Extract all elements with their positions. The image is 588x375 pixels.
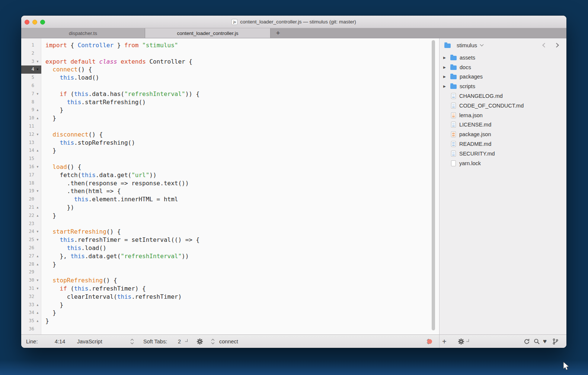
code-text[interactable]: connect() {: [41, 65, 92, 74]
file-tree-item-docs[interactable]: ▶docs: [440, 62, 566, 72]
disclosure-triangle-icon[interactable]: ▶: [443, 84, 450, 88]
search-icon[interactable]: [534, 338, 540, 344]
line-number-cell[interactable]: 29: [21, 268, 41, 276]
minimize-button[interactable]: [32, 20, 37, 25]
fold-open-icon[interactable]: ▼: [35, 187, 40, 195]
code-text[interactable]: }: [41, 106, 63, 114]
code-text[interactable]: .then(html => {: [41, 187, 121, 195]
file-tree-item-readme-md[interactable]: README.md: [440, 139, 566, 149]
file-tree-item-changelog-md[interactable]: CHANGELOG.md: [440, 91, 566, 101]
editor-settings-gear-icon[interactable]: [197, 339, 203, 344]
fold-open-icon[interactable]: ▼: [35, 276, 40, 285]
file-tree-item-lerna-json[interactable]: lerna.json: [440, 110, 566, 120]
line-number-cell[interactable]: 25▼: [21, 236, 41, 244]
line-number-cell[interactable]: 12▼: [21, 131, 41, 139]
code-text[interactable]: startRefreshing() {: [41, 228, 121, 236]
line-number-cell[interactable]: 6: [21, 82, 41, 90]
code-text[interactable]: }: [41, 301, 63, 309]
fold-end-icon[interactable]: ▲: [35, 317, 40, 325]
fold-end-icon[interactable]: ▲: [35, 114, 40, 122]
code-text[interactable]: }: [41, 114, 56, 122]
fold-open-icon[interactable]: ▼: [35, 90, 40, 98]
line-number-cell[interactable]: 23: [21, 220, 41, 228]
soft-tabs-value[interactable]: 2: [178, 339, 181, 344]
file-tree-item-scripts[interactable]: ▶scripts: [440, 81, 566, 91]
code-text[interactable]: }: [41, 212, 56, 220]
line-number-cell[interactable]: 3▼: [21, 58, 41, 66]
new-tab-button[interactable]: +: [271, 28, 285, 38]
file-tree-item-packages[interactable]: ▶packages: [440, 72, 566, 82]
window-titlebar[interactable]: js content_loader_controller.js — stimul…: [21, 16, 566, 28]
line-number-cell[interactable]: 11: [21, 122, 41, 131]
code-text[interactable]: }: [41, 309, 56, 317]
code-text[interactable]: if (this.data.has("refreshInterval")) {: [41, 90, 199, 98]
code-text[interactable]: this.load(): [41, 244, 106, 252]
line-number-cell[interactable]: 27▲: [21, 252, 41, 260]
chevron-down-icon[interactable]: [480, 43, 484, 47]
file-tree-item-assets[interactable]: ▶assets: [440, 53, 566, 62]
line-number-cell[interactable]: 31▼: [21, 285, 41, 293]
fold-open-icon[interactable]: ▼: [35, 58, 40, 66]
line-number-cell[interactable]: 24▼: [21, 228, 41, 236]
git-branch-icon[interactable]: [553, 338, 558, 344]
file-tree-item-security-md[interactable]: SECURITY.md: [440, 149, 566, 158]
fold-end-icon[interactable]: ▲: [35, 301, 40, 309]
line-number-cell[interactable]: 17: [21, 171, 41, 179]
line-number-cell[interactable]: 8: [21, 98, 41, 106]
refresh-icon[interactable]: [524, 338, 530, 344]
editor-scrollbar[interactable]: [432, 40, 435, 330]
language-stepper-icon[interactable]: [130, 339, 134, 344]
heart-icon[interactable]: ♥: [543, 338, 547, 345]
fold-open-icon[interactable]: ▼: [35, 236, 40, 244]
file-tree-item-yarn-lock[interactable]: yarn.lock: [440, 158, 566, 168]
navigate-forward-icon[interactable]: [554, 43, 559, 48]
code-text[interactable]: fetch(this.data.get("url")): [41, 171, 157, 179]
line-number-cell[interactable]: 10▲: [21, 114, 41, 122]
line-number-cell[interactable]: 20: [21, 195, 41, 203]
close-button[interactable]: [25, 20, 29, 25]
code-text[interactable]: .then(response => response.text()): [41, 179, 189, 188]
code-text[interactable]: }): [41, 203, 74, 212]
file-tree-item-package-json[interactable]: package.json: [440, 129, 566, 139]
fold-end-icon[interactable]: ▲: [35, 309, 40, 317]
line-number-cell[interactable]: 2: [21, 49, 41, 58]
fold-open-icon[interactable]: ▼: [35, 131, 40, 139]
fold-end-icon[interactable]: ▲: [35, 147, 40, 155]
fold-end-icon[interactable]: ▲: [35, 212, 40, 220]
fold-open-icon[interactable]: ▼: [35, 228, 40, 236]
fold-open-icon[interactable]: ▼: [35, 65, 40, 74]
line-number-cell[interactable]: 1: [21, 41, 41, 49]
line-number-cell[interactable]: 7▼: [21, 90, 41, 98]
disclosure-triangle-icon[interactable]: ▶: [443, 56, 450, 60]
file-tree-item-code-of-conduct-md[interactable]: CODE_OF_CONDUCT.md: [440, 101, 566, 110]
fold-end-icon[interactable]: ▲: [35, 260, 40, 269]
line-number-cell[interactable]: 30▼: [21, 276, 41, 285]
line-number-cell[interactable]: 5: [21, 74, 41, 82]
file-tree-item-license-md[interactable]: LICENSE.md: [440, 120, 566, 130]
code-text[interactable]: this.load(): [41, 74, 99, 82]
navigate-back-icon[interactable]: [542, 43, 547, 48]
line-number-cell[interactable]: 16▼: [21, 163, 41, 171]
code-text[interactable]: if (this.refreshTimer) {: [41, 285, 146, 293]
code-text[interactable]: }: [41, 260, 56, 269]
code-text[interactable]: this.startRefreshing(): [41, 98, 146, 106]
zoom-button[interactable]: [40, 20, 45, 25]
sidebar-settings-chevron-icon[interactable]: [466, 339, 469, 342]
language-selector[interactable]: JavaScript: [77, 339, 102, 344]
soft-tabs-chevron-icon[interactable]: [185, 339, 188, 342]
current-symbol[interactable]: connect: [219, 339, 238, 344]
line-number-cell[interactable]: 22▲: [21, 212, 41, 220]
line-number-cell[interactable]: 36: [21, 325, 41, 333]
fold-open-icon[interactable]: ▼: [35, 285, 40, 293]
code-text[interactable]: this.refreshTimer = setInterval(() => {: [41, 236, 199, 244]
tab-content-loader-controller-js[interactable]: content_loader_controller.js: [145, 28, 271, 38]
disclosure-triangle-icon[interactable]: ▶: [443, 65, 450, 69]
line-number-cell[interactable]: 34▲: [21, 309, 41, 317]
fold-end-icon[interactable]: ▲: [35, 203, 40, 212]
fold-end-icon[interactable]: ▲: [35, 252, 40, 260]
fold-end-icon[interactable]: ▲: [35, 106, 40, 114]
tab-dispatcher-ts[interactable]: dispatcher.ts: [21, 28, 145, 38]
code-text[interactable]: this.stopRefreshing(): [41, 139, 135, 147]
line-number-cell[interactable]: 33▲: [21, 301, 41, 309]
line-number-cell[interactable]: 15: [21, 155, 41, 163]
